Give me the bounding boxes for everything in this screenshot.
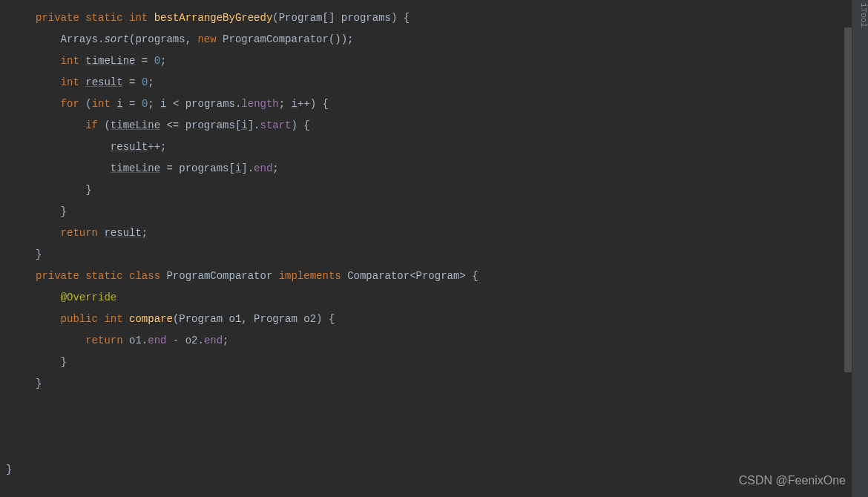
watermark: CSDN @FeenixOne (739, 470, 846, 491)
code-line[interactable]: timeLine = programs[i].end; (36, 158, 868, 180)
code-line[interactable]: } (36, 180, 868, 201)
code-line[interactable]: private static int bestArrangeByGreedy(P… (36, 7, 868, 29)
code-line[interactable]: if (timeLine <= programs[i].start) { (36, 115, 868, 136)
code-line[interactable]: } (36, 373, 868, 395)
code-line[interactable]: for (int i = 0; i < programs.length; i++… (36, 93, 868, 115)
code-line[interactable]: int timeLine = 0; (36, 50, 868, 72)
code-line[interactable]: private static class ProgramComparator i… (36, 266, 868, 287)
side-tool-label: iTool (852, 0, 868, 27)
code-line[interactable]: } (36, 244, 868, 266)
code-line[interactable]: int result = 0; (36, 72, 868, 93)
code-line[interactable]: public int compare(Program o1, Program o… (36, 309, 868, 330)
code-line[interactable]: } (36, 201, 868, 223)
side-tool-panel[interactable]: iTool (852, 0, 868, 497)
scrollbar-thumb[interactable] (844, 27, 852, 372)
code-line[interactable]: return o1.end - o2.end; (36, 330, 868, 352)
code-line[interactable]: return result; (36, 223, 868, 244)
code-editor[interactable]: private static int bestArrangeByGreedy(P… (0, 0, 868, 395)
code-line[interactable]: } (36, 352, 868, 373)
code-line[interactable]: result++; (36, 136, 868, 158)
code-line[interactable]: } (6, 459, 12, 481)
code-line[interactable]: Arrays.sort(programs, new ProgramCompara… (36, 29, 868, 50)
code-line[interactable]: @Override (36, 287, 868, 309)
